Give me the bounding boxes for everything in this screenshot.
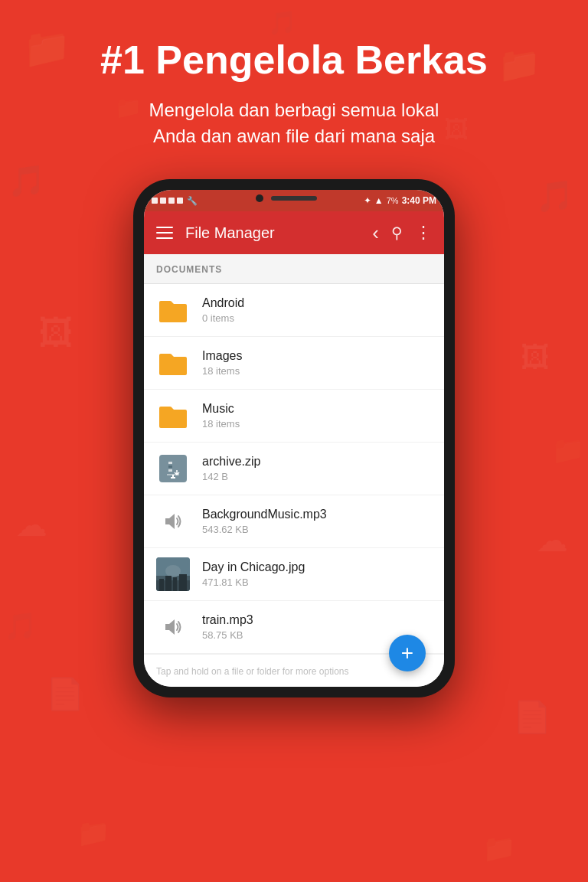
fab-plus-icon: + bbox=[401, 641, 413, 665]
hamburger-menu-button[interactable] bbox=[156, 227, 173, 239]
phone-mockup: 🔧 ✦ ▲ 7% 3:40 PM File Manager ‹ bbox=[0, 179, 588, 697]
icon4 bbox=[177, 198, 183, 204]
folder-icon-android bbox=[156, 293, 190, 327]
file-name-bgmusic: BackgroundMusic.mp3 bbox=[202, 508, 432, 521]
app-bar-title: File Manager bbox=[185, 224, 360, 242]
hamburger-line-3 bbox=[156, 237, 173, 239]
file-meta-images: 18 items bbox=[202, 365, 432, 377]
battery-level: 7% bbox=[387, 196, 399, 205]
file-meta-archive: 142 B bbox=[202, 471, 432, 482]
file-meta-android: 0 items bbox=[202, 312, 432, 324]
svg-rect-28 bbox=[179, 574, 187, 591]
hamburger-line-1 bbox=[156, 227, 173, 228]
image-thumbnail bbox=[156, 557, 190, 591]
file-name-music: Music bbox=[202, 402, 432, 416]
status-right: ✦ ▲ 7% 3:40 PM bbox=[364, 195, 436, 206]
speaker-icon bbox=[159, 508, 187, 535]
audio-icon-train bbox=[156, 610, 190, 644]
svg-text:📄: 📄 bbox=[513, 698, 551, 735]
signal-icon bbox=[152, 198, 158, 204]
file-list: Android 0 items Images 18 items bbox=[144, 284, 444, 654]
file-item-bgmusic[interactable]: BackgroundMusic.mp3 543.62 KB bbox=[144, 495, 444, 548]
wifi-icon: ▲ bbox=[374, 195, 384, 206]
file-name-chicago: Day in Chicago.jpg bbox=[202, 560, 432, 574]
file-meta-bgmusic: 543.62 KB bbox=[202, 524, 432, 535]
folder-icon-music bbox=[156, 399, 190, 433]
clock: 3:40 PM bbox=[402, 195, 436, 206]
file-info-images: Images 18 items bbox=[202, 349, 432, 377]
tools-icon: 🔧 bbox=[187, 196, 198, 206]
file-item-android[interactable]: Android 0 items bbox=[144, 284, 444, 337]
icon2 bbox=[160, 198, 166, 204]
status-left-icons: 🔧 bbox=[152, 196, 198, 206]
svg-rect-27 bbox=[173, 577, 177, 591]
icon3 bbox=[168, 198, 175, 204]
file-name-train: train.mp3 bbox=[202, 613, 432, 627]
file-name-archive: archive.zip bbox=[202, 455, 432, 469]
section-label: DOCUMENTS bbox=[156, 264, 222, 275]
file-info-chicago: Day in Chicago.jpg 471.81 KB bbox=[202, 560, 432, 588]
file-meta-chicago: 471.81 KB bbox=[202, 577, 432, 588]
more-options-button[interactable]: ⋮ bbox=[415, 223, 432, 243]
speaker-icon-2 bbox=[159, 613, 187, 641]
file-item-music[interactable]: Music 18 items bbox=[144, 390, 444, 443]
main-title: #1 Pengelola Berkas bbox=[0, 38, 588, 82]
image-icon-chicago bbox=[156, 557, 190, 591]
file-name-android: Android bbox=[202, 296, 432, 310]
folder-icon-images bbox=[156, 346, 190, 380]
file-info-bgmusic: BackgroundMusic.mp3 543.62 KB bbox=[202, 508, 432, 535]
status-bar: 🔧 ✦ ▲ 7% 3:40 PM bbox=[144, 190, 444, 211]
hamburger-line-2 bbox=[156, 232, 173, 234]
sub-title: Mengelola dan berbagi semua lokal Anda d… bbox=[0, 97, 588, 149]
file-item-images[interactable]: Images 18 items bbox=[144, 337, 444, 390]
file-meta-music: 18 items bbox=[202, 418, 432, 430]
svg-rect-19 bbox=[168, 466, 172, 468]
svg-point-23 bbox=[165, 565, 181, 577]
file-name-images: Images bbox=[202, 349, 432, 363]
thumbnail-preview bbox=[156, 557, 190, 591]
section-header: DOCUMENTS bbox=[144, 254, 444, 284]
svg-rect-26 bbox=[165, 576, 172, 591]
file-info-music: Music 18 items bbox=[202, 402, 432, 430]
svg-text:📁: 📁 bbox=[77, 817, 110, 849]
svg-rect-20 bbox=[168, 469, 172, 472]
file-info-android: Android 0 items bbox=[202, 296, 432, 324]
hint-text: Tap and hold on a file or folder for mor… bbox=[156, 666, 348, 677]
phone-speaker bbox=[271, 196, 317, 201]
back-button[interactable]: ‹ bbox=[372, 221, 379, 245]
search-button[interactable]: ⚲ bbox=[391, 224, 403, 242]
svg-rect-25 bbox=[159, 579, 164, 591]
file-item-archive[interactable]: archive.zip 142 B bbox=[144, 443, 444, 495]
audio-icon-bgmusic bbox=[156, 505, 190, 538]
app-bar: File Manager ‹ ⚲ ⋮ bbox=[144, 211, 444, 254]
app-bar-icons: ‹ ⚲ ⋮ bbox=[372, 221, 432, 245]
bluetooth-icon: ✦ bbox=[364, 195, 371, 206]
svg-rect-18 bbox=[168, 462, 172, 464]
svg-text:📁: 📁 bbox=[482, 832, 516, 864]
zip-icon bbox=[159, 455, 187, 482]
file-info-archive: archive.zip 142 B bbox=[202, 455, 432, 482]
file-item-chicago[interactable]: Day in Chicago.jpg 471.81 KB bbox=[144, 548, 444, 601]
archive-file-icon bbox=[156, 452, 190, 485]
